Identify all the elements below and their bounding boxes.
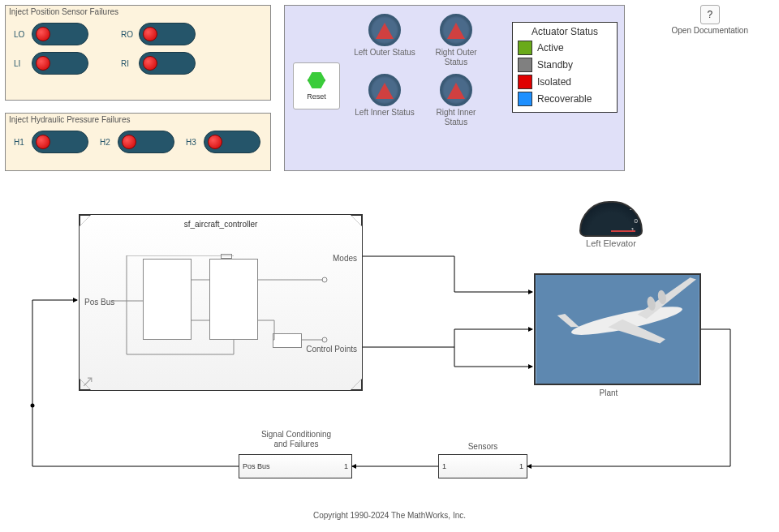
toggle-switch-ri[interactable]: [139, 52, 196, 75]
gauge-right-outer: Right Outer Status: [425, 14, 487, 67]
toggle-switch-h1[interactable]: [32, 131, 88, 153]
gauge-label: Left Outer Status: [354, 48, 415, 58]
toggle-label: H3: [186, 138, 200, 147]
toggle-label: RI: [121, 59, 136, 68]
toggle-switch-ro[interactable]: [139, 23, 196, 45]
legend-swatch-icon: [518, 92, 532, 106]
legend-item-isolated: Isolated: [518, 75, 612, 89]
hydraulic-toggles: H1 H2 H3: [6, 126, 270, 158]
gauge-right-inner: Right Inner Status: [425, 74, 487, 127]
sensor-toggles: LO RO LI RI: [6, 18, 270, 79]
sensors-port-right: 1: [519, 462, 523, 470]
toggle-label: H1: [14, 138, 28, 147]
status-gauges: Left Outer Status Right Outer Status Lef…: [354, 14, 487, 127]
toggle-switch-h2[interactable]: [118, 131, 174, 153]
legend-item-standby: Standby: [518, 58, 612, 72]
toggle-label: H2: [100, 138, 114, 147]
gauge-icon[interactable]: [440, 74, 472, 106]
gauge-icon[interactable]: [368, 14, 401, 46]
legend-swatch-icon: [518, 41, 532, 55]
left-elevator-gauge[interactable]: 1 0 -1 Left Elevator: [579, 201, 643, 248]
toggle-knob-icon: [36, 135, 50, 149]
toggle-li: LI: [14, 52, 88, 75]
toggle-h2: H2: [100, 131, 174, 153]
toggle-switch-h3[interactable]: [204, 131, 260, 153]
copyright-text: Copyright 1990-2024 The MathWorks, Inc.: [313, 511, 466, 520]
elevator-label: Left Elevator: [586, 238, 636, 248]
inject-position-sensor-panel: Inject Position Sensor Failures LO RO LI…: [5, 5, 271, 101]
help-label: Open Documentation: [671, 26, 748, 36]
sf-aircraft-controller-block[interactable]: sf_aircraft_controller Pos Bus Modes Con…: [79, 214, 363, 391]
toggle-label: LO: [14, 30, 28, 39]
legend-item-recoverable: Recoverable: [518, 92, 612, 106]
sc-block-label: Signal Conditioningand Failures: [243, 430, 349, 449]
toggle-knob-icon: [143, 56, 157, 71]
plant-label: Plant: [600, 388, 618, 397]
reset-hex-icon: [308, 71, 325, 89]
gauge-icon[interactable]: [368, 74, 401, 106]
toggle-label: LI: [14, 59, 28, 68]
toggle-knob-icon: [122, 135, 136, 149]
reset-label: Reset: [307, 92, 326, 101]
reset-button[interactable]: Reset: [293, 62, 340, 109]
toggle-knob-icon: [143, 27, 157, 41]
toggle-switch-lo[interactable]: [32, 23, 88, 45]
open-documentation[interactable]: ? Open Documentation: [671, 5, 748, 36]
gauge-label: Left Inner Status: [355, 108, 414, 118]
svg-point-9: [31, 404, 35, 408]
sensors-port-left: 1: [442, 462, 446, 470]
legend-label: Recoverable: [537, 93, 592, 105]
gauge-left-outer: Left Outer Status: [354, 14, 415, 67]
legend-item-active: Active: [518, 41, 612, 55]
port-modes: Modes: [333, 254, 357, 263]
actuator-status-legend: Actuator Status Active Standby Isolated …: [512, 22, 618, 113]
signal-conditioning-block[interactable]: Pos Bus 1: [239, 454, 352, 478]
gauge-icon[interactable]: [440, 14, 472, 46]
inject-hydraulic-panel: Inject Hydraulic Pressure Failures H1 H2…: [5, 113, 271, 171]
sc-port-left: Pos Bus: [243, 462, 270, 470]
sc-port-right: 1: [344, 462, 348, 470]
plant-block[interactable]: [534, 273, 701, 385]
legend-title: Actuator Status: [518, 26, 612, 37]
controller-inner-diagram: [112, 255, 329, 366]
toggle-knob-icon: [36, 27, 50, 41]
gauge-label: Right Outer Status: [425, 48, 487, 67]
legend-label: Active: [537, 42, 564, 54]
elevator-gauge-icon: 1 0 -1: [579, 201, 643, 237]
toggle-h3: H3: [186, 131, 260, 153]
gauge-left-inner: Left Inner Status: [354, 74, 415, 127]
toggle-knob-icon: [208, 135, 222, 149]
toggle-ri: RI: [121, 52, 196, 75]
toggle-switch-li[interactable]: [32, 52, 88, 75]
toggle-ro: RO: [121, 23, 196, 45]
legend-label: Standby: [537, 59, 573, 71]
actuator-status-panel: Reset Left Outer Status Right Outer Stat…: [284, 5, 625, 171]
help-icon: ?: [700, 5, 720, 24]
sensors-block[interactable]: 1 1: [438, 454, 527, 478]
toggle-knob-icon: [36, 56, 50, 71]
airplane-icon: [536, 275, 699, 384]
controller-title: sf_aircraft_controller: [184, 220, 258, 229]
port-pos-bus: Pos Bus: [84, 298, 114, 307]
link-icon: [83, 377, 93, 387]
legend-label: Isolated: [537, 76, 571, 88]
sensors-block-label: Sensors: [458, 442, 507, 452]
sensor-panel-title: Inject Position Sensor Failures: [6, 6, 270, 18]
legend-swatch-icon: [518, 58, 532, 72]
gauge-label: Right Inner Status: [425, 108, 487, 127]
toggle-h1: H1: [14, 131, 88, 153]
toggle-lo: LO: [14, 23, 88, 45]
legend-swatch-icon: [518, 75, 532, 89]
toggle-label: RO: [121, 30, 136, 39]
hydraulic-panel-title: Inject Hydraulic Pressure Failures: [6, 114, 270, 126]
